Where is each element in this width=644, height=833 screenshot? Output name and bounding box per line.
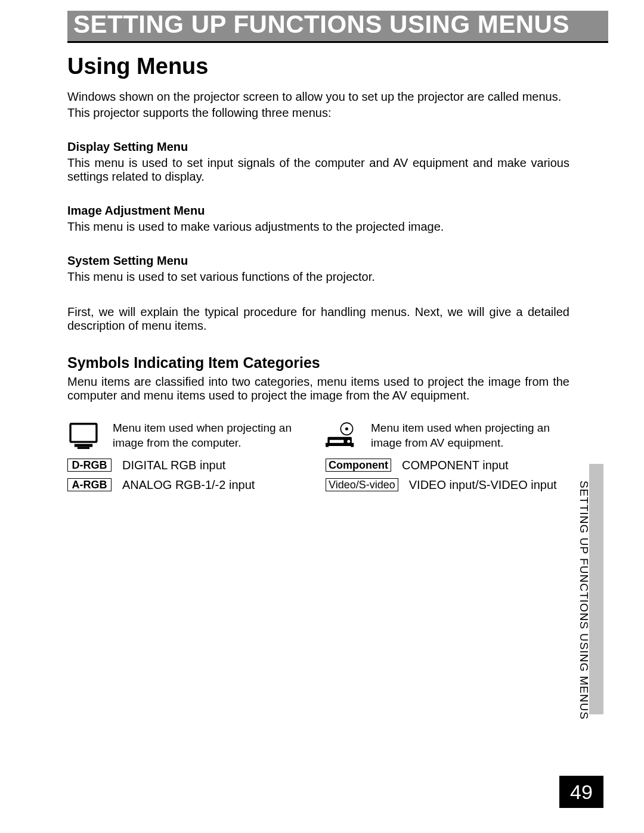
- subsection-description: Menu items are classified into two categ…: [67, 375, 569, 402]
- intro-paragraph-1: Windows shown on the projector screen to…: [67, 90, 569, 104]
- d-rgb-label: D-RGB: [67, 459, 112, 472]
- label-row: Video/S-video VIDEO input/S-VIDEO input: [326, 478, 569, 492]
- a-rgb-text: ANALOG RGB-1/-2 input: [122, 478, 255, 492]
- menu-heading: System Setting Menu: [67, 254, 569, 268]
- av-symbol-text: Menu item used when projecting an image …: [371, 421, 569, 450]
- video-svideo-label: Video/S-video: [326, 478, 398, 491]
- menu-heading: Display Setting Menu: [67, 140, 569, 154]
- computer-symbol-text: Menu item used when projecting an image …: [113, 421, 311, 450]
- main-content: Using Menus Windows shown on the project…: [67, 54, 569, 492]
- chapter-title: SETTING UP FUNCTIONS USING MENUS: [73, 10, 569, 38]
- side-section-label: SETTING UP FUNCTIONS USING MENUS: [577, 481, 590, 720]
- computer-symbol-row: Menu item used when projecting an image …: [67, 419, 311, 453]
- svg-rect-8: [326, 443, 329, 447]
- av-equipment-icon: [326, 419, 358, 453]
- subsection-title: Symbols Indicating Item Categories: [67, 354, 569, 371]
- computer-monitor-icon: [67, 419, 100, 453]
- menu-description: This menu is used to set input signals o…: [67, 156, 569, 184]
- svg-rect-2: [78, 447, 89, 448]
- d-rgb-text: DIGITAL RGB input: [122, 459, 225, 472]
- menu-block-image: Image Adjustment Menu This menu is used …: [67, 204, 569, 234]
- chapter-header: SETTING UP FUNCTIONS USING MENUS: [67, 11, 608, 43]
- side-tab-decoration: [589, 464, 603, 714]
- menu-description: This menu is used to set various functio…: [67, 270, 569, 284]
- svg-point-4: [345, 427, 348, 430]
- menu-description: This menu is used to make various adjust…: [67, 220, 569, 234]
- svg-rect-9: [351, 443, 354, 447]
- intro-paragraph-2: This projector supports the following th…: [67, 106, 569, 120]
- svg-rect-6: [330, 440, 344, 443]
- component-text: COMPONENT input: [402, 459, 509, 472]
- svg-point-7: [347, 440, 350, 443]
- svg-rect-0: [70, 424, 97, 442]
- label-row: Component COMPONENT input: [326, 459, 569, 472]
- video-svideo-text: VIDEO input/S-VIDEO input: [409, 478, 557, 492]
- symbols-row: Menu item used when projecting an image …: [67, 419, 569, 492]
- component-label: Component: [326, 459, 391, 472]
- av-symbol-row: Menu item used when projecting an image …: [326, 419, 569, 453]
- section-title: Using Menus: [67, 54, 569, 79]
- label-row: A-RGB ANALOG RGB-1/-2 input: [67, 478, 311, 492]
- symbols-left-column: Menu item used when projecting an image …: [67, 419, 311, 492]
- svg-rect-1: [75, 444, 92, 447]
- menu-block-system: System Setting Menu This menu is used to…: [67, 254, 569, 284]
- label-row: D-RGB DIGITAL RGB input: [67, 459, 311, 472]
- menu-block-display: Display Setting Menu This menu is used t…: [67, 140, 569, 184]
- followup-paragraph: First, we will explain the typical proce…: [67, 305, 569, 333]
- symbols-right-column: Menu item used when projecting an image …: [326, 419, 569, 492]
- a-rgb-label: A-RGB: [67, 478, 112, 491]
- page-number: 49: [559, 776, 603, 808]
- menu-heading: Image Adjustment Menu: [67, 204, 569, 218]
